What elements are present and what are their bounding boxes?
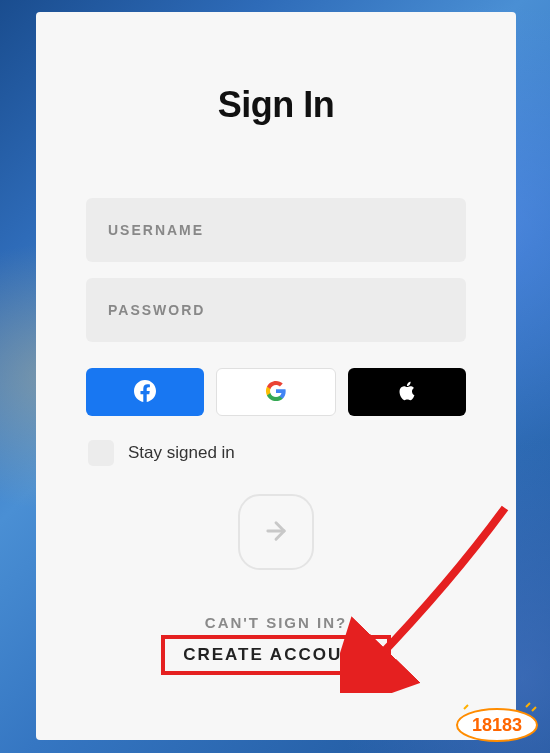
create-account-link[interactable]: CREATE ACCOUNT bbox=[183, 645, 369, 664]
stay-signed-in-label: Stay signed in bbox=[128, 443, 235, 463]
google-login-button[interactable] bbox=[216, 368, 336, 416]
facebook-icon bbox=[134, 380, 156, 405]
apple-login-button[interactable] bbox=[348, 368, 466, 416]
apple-icon bbox=[396, 380, 418, 405]
create-account-highlight: CREATE ACCOUNT bbox=[161, 635, 391, 675]
cant-sign-in-link[interactable]: CAN'T SIGN IN? bbox=[205, 614, 347, 631]
page-title: Sign In bbox=[218, 84, 335, 126]
submit-button[interactable] bbox=[238, 494, 314, 570]
signin-card: Sign In bbox=[36, 12, 516, 740]
stay-signed-in-checkbox[interactable] bbox=[88, 440, 114, 466]
footer-links: CAN'T SIGN IN? CREATE ACCOUNT bbox=[161, 614, 391, 675]
stay-signed-in-row: Stay signed in bbox=[86, 440, 466, 466]
username-input[interactable] bbox=[86, 198, 466, 262]
password-input[interactable] bbox=[86, 278, 466, 342]
facebook-login-button[interactable] bbox=[86, 368, 204, 416]
social-login-row bbox=[86, 368, 466, 416]
google-icon bbox=[265, 380, 287, 405]
arrow-right-icon bbox=[262, 517, 290, 548]
